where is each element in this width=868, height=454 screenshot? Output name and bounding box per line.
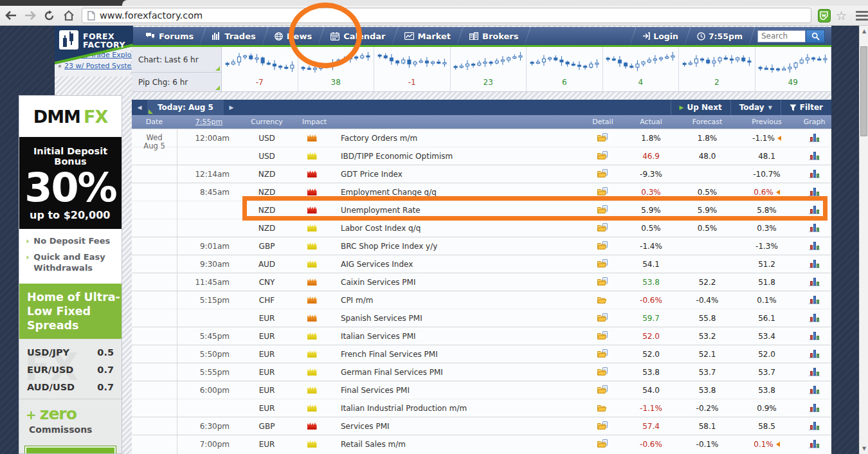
forex-factory-logo[interactable]: FOREX FACTORY xyxy=(55,26,133,66)
prev-day-arrow[interactable]: ◀ xyxy=(132,104,147,111)
detail-cell[interactable] xyxy=(582,205,624,215)
mini-chart-8[interactable]: 49 xyxy=(755,47,832,92)
mini-chart-2[interactable]: 38 xyxy=(298,47,375,92)
folder-doc-icon[interactable] xyxy=(597,151,608,161)
impact-yellow-icon[interactable] xyxy=(307,332,317,340)
detail-cell[interactable] xyxy=(582,403,624,413)
detail-cell[interactable] xyxy=(582,169,624,179)
graph-cell[interactable] xyxy=(797,206,831,214)
back-icon[interactable] xyxy=(3,8,19,23)
event-name[interactable]: Labor Cost Index q/q xyxy=(331,224,582,233)
graph-cell[interactable] xyxy=(797,242,831,250)
bookmark-star-icon[interactable]: ☆ xyxy=(836,8,847,23)
event-name[interactable]: German Final Services PMI xyxy=(331,368,582,377)
up-next-button[interactable]: ▶ Up Next xyxy=(671,100,730,115)
graph-cell[interactable] xyxy=(797,278,831,286)
start-now-button[interactable]: Start Now xyxy=(24,446,116,454)
event-name[interactable]: Italian Industrial Production m/m xyxy=(331,404,582,413)
impact-yellow-icon[interactable] xyxy=(307,350,317,358)
impact-yellow-icon[interactable] xyxy=(307,386,317,394)
detail-cell[interactable] xyxy=(582,295,624,305)
scroll-up-icon[interactable]: ▲ xyxy=(860,28,868,34)
graph-cell[interactable] xyxy=(797,350,831,358)
impact-red-icon[interactable] xyxy=(307,206,317,213)
event-name[interactable]: GDT Price Index xyxy=(331,170,582,179)
impact-yellow-icon[interactable] xyxy=(307,440,317,448)
calendar-date-tab[interactable]: Today: Aug 5 xyxy=(147,100,224,115)
nav-item-forums[interactable]: Forums xyxy=(136,27,203,45)
graph-cell[interactable] xyxy=(797,170,831,178)
folder-doc-icon[interactable] xyxy=(597,385,608,395)
next-day-arrow[interactable]: ▶ xyxy=(224,104,239,111)
nav-item-trades[interactable]: Trades xyxy=(203,27,264,45)
detail-cell[interactable] xyxy=(582,313,624,323)
detail-cell[interactable] xyxy=(582,259,624,269)
detail-cell[interactable] xyxy=(582,187,624,197)
event-name[interactable]: French Final Services PMI xyxy=(331,350,582,359)
folder-doc-icon[interactable] xyxy=(597,205,608,215)
folder-icon[interactable] xyxy=(597,295,608,305)
impact-yellow-icon[interactable] xyxy=(307,242,317,250)
mini-chart-6[interactable]: 4 xyxy=(603,47,680,92)
event-name[interactable]: Spanish Services PMI xyxy=(331,314,582,323)
nav-item-brokers[interactable]: Brokers xyxy=(460,27,528,45)
detail-cell[interactable] xyxy=(582,223,624,233)
event-name[interactable]: BRC Shop Price Index y/y xyxy=(331,242,582,251)
event-name[interactable]: Services PMI xyxy=(331,422,582,431)
detail-cell[interactable] xyxy=(582,133,624,143)
impact-yellow-icon[interactable] xyxy=(307,152,317,159)
graph-cell[interactable] xyxy=(797,404,831,412)
event-name[interactable]: Unemployment Rate xyxy=(331,206,582,215)
impact-orange-icon[interactable] xyxy=(307,314,317,322)
folder-doc-icon[interactable] xyxy=(597,187,608,197)
browser-menu-icon[interactable] xyxy=(856,9,868,23)
browser-tab[interactable] xyxy=(122,0,868,6)
folder-doc-icon[interactable] xyxy=(597,277,608,287)
impact-yellow-icon[interactable] xyxy=(307,404,317,412)
scroll-down-icon[interactable]: ▼ xyxy=(860,446,868,451)
impact-red-icon[interactable] xyxy=(307,422,317,430)
event-name[interactable]: Caixin Services PMI xyxy=(331,278,582,287)
impact-orange-icon[interactable] xyxy=(307,134,317,141)
impact-red-icon[interactable] xyxy=(307,188,317,195)
impact-yellow-icon[interactable] xyxy=(307,368,317,376)
folder-doc-icon[interactable] xyxy=(597,313,608,323)
graph-cell[interactable] xyxy=(797,296,831,304)
nav-item-news[interactable]: News xyxy=(266,27,321,45)
event-name[interactable]: Retail Sales m/m xyxy=(331,440,582,449)
home-icon[interactable] xyxy=(60,8,77,23)
range-dropdown[interactable]: Today ▼ xyxy=(730,100,781,115)
folder-doc-icon[interactable] xyxy=(597,259,608,269)
graph-cell[interactable] xyxy=(797,332,831,340)
detail-cell[interactable] xyxy=(582,439,624,449)
event-name[interactable]: AIG Services Index xyxy=(331,260,582,269)
folder-doc-icon[interactable] xyxy=(597,367,608,377)
impact-orange-icon[interactable] xyxy=(307,278,317,286)
detail-cell[interactable] xyxy=(582,331,624,341)
graph-cell[interactable] xyxy=(797,260,831,268)
graph-cell[interactable] xyxy=(797,314,831,322)
graph-cell[interactable] xyxy=(797,134,831,142)
impact-yellow-icon[interactable] xyxy=(307,224,317,232)
detail-cell[interactable] xyxy=(582,241,624,251)
event-name[interactable]: Final Services PMI xyxy=(331,386,582,395)
mini-chart-4[interactable]: 23 xyxy=(451,47,527,92)
scrollbar[interactable]: ▲ ▼ xyxy=(859,26,868,454)
address-bar[interactable]: www.forexfactory.com xyxy=(82,8,811,23)
graph-cell[interactable] xyxy=(797,368,831,376)
event-name[interactable]: Factory Orders m/m xyxy=(331,134,582,143)
graph-cell[interactable] xyxy=(797,152,831,160)
folder-doc-icon[interactable] xyxy=(597,331,608,341)
graph-cell[interactable] xyxy=(797,422,831,430)
graph-cell[interactable] xyxy=(797,440,831,448)
url-text[interactable]: www.forexfactory.com xyxy=(100,10,203,21)
folder-doc-icon[interactable] xyxy=(597,223,608,233)
graph-cell[interactable] xyxy=(797,188,831,196)
filter-button[interactable]: Filter xyxy=(781,100,831,115)
event-name[interactable]: IBD/TIPP Economic Optimism xyxy=(331,152,582,161)
folder-doc-icon[interactable] xyxy=(597,439,608,449)
mini-chart-1[interactable]: -7 xyxy=(222,47,298,92)
mini-chart-3[interactable]: -1 xyxy=(374,47,451,92)
folder-doc-icon[interactable] xyxy=(597,241,608,251)
folder-doc-icon[interactable] xyxy=(597,349,608,359)
